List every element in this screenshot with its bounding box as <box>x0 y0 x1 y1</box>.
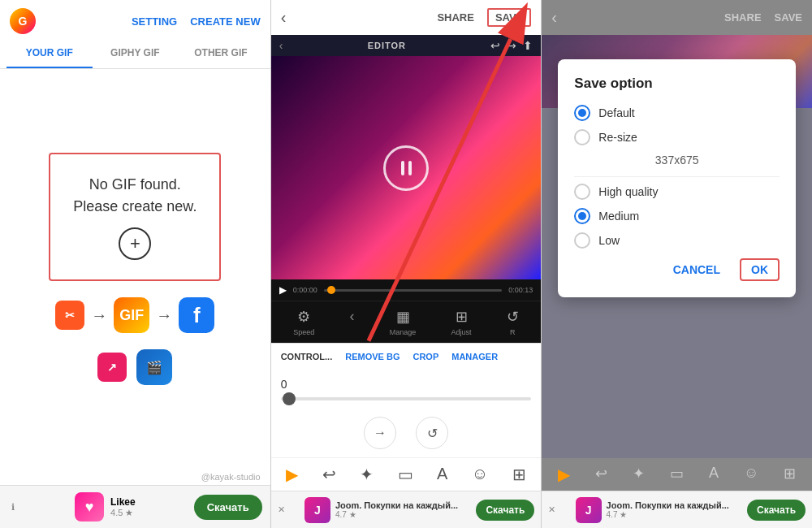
share-icon-1: ↗ <box>97 353 127 382</box>
timeline: ▶ 0:00:00 0:00:13 <box>271 279 542 301</box>
close-ad-icon[interactable]: ✕ <box>278 504 285 515</box>
end-time: 0:00:13 <box>508 286 533 294</box>
editor-back-icon[interactable]: ‹ <box>279 39 283 52</box>
video-app-icon: 🎬 <box>136 349 172 385</box>
ad-text: Likee 4.5 ★ <box>110 496 136 518</box>
dialog-actions: CANCEL OK <box>574 258 780 281</box>
start-time: 0:00:00 <box>293 286 317 294</box>
panel3-download-button[interactable]: Скачать <box>747 500 806 521</box>
radio-medium-inner <box>578 212 586 220</box>
cancel-button[interactable]: CANCEL <box>667 258 727 281</box>
bottom-tabs: Control... REMOVE BG CROP MANAGER <box>271 343 542 370</box>
collapse-icon[interactable]: ‹ <box>350 308 355 336</box>
image-toolbar-icon[interactable]: ⊞ <box>512 465 526 484</box>
ok-button[interactable]: OK <box>740 258 780 281</box>
tab-your-gif[interactable]: YOUR GIF <box>6 39 93 68</box>
panel1-bottom-ad: ℹ ♥ Likee 4.5 ★ Скачать <box>0 485 270 528</box>
joom-text-block: Joom. Покупки на каждый... 4.7 ★ <box>335 500 458 519</box>
share-button[interactable]: SHARE <box>437 11 474 24</box>
adjust-label: Adjust <box>451 328 472 336</box>
tab-giphy-gif[interactable]: GIPHY GIF <box>93 39 179 68</box>
watermark: @kayak-studio <box>0 469 270 485</box>
create-new-link[interactable]: CREATE NEW <box>190 15 260 28</box>
panel2-header: ‹ SHARE SAVE <box>271 0 542 35</box>
panel3-save-button[interactable]: SAVE <box>775 11 802 24</box>
save-dialog: Save option Default Re-size 337x675 High… <box>558 59 796 297</box>
pause-button[interactable] <box>383 145 429 191</box>
dimension-text: 337x675 <box>574 154 780 167</box>
option-medium-row[interactable]: Medium <box>574 208 780 224</box>
forward-button[interactable]: → <box>364 417 396 449</box>
adjust-tool[interactable]: ⊞ Adjust <box>451 308 472 336</box>
setting-link[interactable]: SETTING <box>132 15 177 28</box>
tab-manager[interactable]: MANAGER <box>445 344 504 370</box>
radio-high-quality[interactable] <box>574 184 590 200</box>
add-gif-button[interactable]: + <box>119 227 151 260</box>
panel3-back-icon[interactable]: ‹ <box>551 8 557 27</box>
panel3-text-icon: A <box>709 465 719 484</box>
rotate-tool[interactable]: ↺ R <box>507 308 519 336</box>
undo-toolbar-icon[interactable]: ↩ <box>322 465 336 484</box>
slider-handle[interactable] <box>283 392 296 405</box>
panel2-header-right: SHARE SAVE <box>437 8 531 27</box>
manage-icon: ▦ <box>396 308 410 326</box>
control-value: 0 <box>281 378 532 391</box>
control-slider[interactable] <box>281 397 532 400</box>
undo-icon[interactable]: ↩ <box>490 39 500 52</box>
effects-toolbar-icon[interactable]: ✦ <box>360 465 374 484</box>
info-icon[interactable]: ℹ <box>11 502 15 513</box>
arrow-right-icon-2: → <box>156 306 172 325</box>
timeline-bar[interactable] <box>324 289 503 292</box>
joom-info: J Joom. Покупки на каждый... 4.7 ★ <box>304 497 458 523</box>
joom-download-button[interactable]: Скачать <box>476 500 534 521</box>
gif-app-icon: GIF <box>114 297 149 333</box>
dialog-divider <box>574 176 780 177</box>
panel3-header-right: SHARE SAVE <box>724 11 802 24</box>
timeline-play-icon[interactable]: ▶ <box>279 284 287 296</box>
option-default-row[interactable]: Default <box>574 105 780 121</box>
likee-download-button[interactable]: Скачать <box>194 495 262 520</box>
editor-label: EDITOR <box>368 41 406 50</box>
redo-icon[interactable]: ↪ <box>507 39 516 52</box>
manage-tool[interactable]: ▦ Manage <box>390 308 417 336</box>
option-high-quality-row[interactable]: High quality <box>574 184 780 200</box>
action-row: → ↺ <box>271 409 542 457</box>
radio-low[interactable] <box>574 232 590 249</box>
panel3-close-ad-icon[interactable]: ✕ <box>548 504 555 515</box>
option-high-quality-label: High quality <box>598 185 658 198</box>
tab-crop[interactable]: CROP <box>406 344 445 370</box>
emoji-toolbar-icon[interactable]: ☺ <box>472 465 488 484</box>
back-button[interactable]: ‹ <box>281 8 287 27</box>
loop-button[interactable]: ↺ <box>416 417 448 449</box>
panel3-bottom-ad: ✕ J Joom. Покупки на каждый... 4.7 ★ Ска… <box>542 491 812 528</box>
save-button[interactable]: SAVE <box>487 8 531 27</box>
option-resize-row[interactable]: Re-size <box>574 129 780 145</box>
panel1-header: G SETTING CREATE NEW <box>0 0 270 39</box>
panel3-undo-icon: ↩ <box>595 465 607 484</box>
panel3-joom-info: J Joom. Покупки на каждый... 4.7 ★ <box>576 497 729 523</box>
panel3-share-button[interactable]: SHARE <box>724 11 762 24</box>
app-logo: G <box>10 8 36 34</box>
radio-default-inner <box>578 109 586 117</box>
tab-remove-bg[interactable]: REMOVE BG <box>339 344 406 370</box>
option-low-label: Low <box>598 234 620 247</box>
editor-icons: ↩ ↪ ⬆ <box>490 39 533 52</box>
frame-toolbar-icon[interactable]: ▭ <box>398 465 413 484</box>
pause-icon <box>401 161 412 175</box>
tab-other-gif[interactable]: OTHER GIF <box>178 39 264 68</box>
option-medium-label: Medium <box>598 210 639 223</box>
tab-control[interactable]: Control... <box>274 344 339 370</box>
play-toolbar-icon[interactable]: ▶ <box>286 465 298 484</box>
option-default-label: Default <box>598 106 634 119</box>
save-dialog-title: Save option <box>574 76 780 92</box>
app-icons-row: ✂ → GIF → f <box>55 297 214 333</box>
radio-default[interactable] <box>574 105 590 121</box>
radio-medium[interactable] <box>574 208 590 224</box>
bottom-toolbar: ▶ ↩ ✦ ▭ A ☺ ⊞ <box>271 457 542 491</box>
option-low-row[interactable]: Low <box>574 232 780 249</box>
speed-tool[interactable]: ⚙ Speed <box>293 308 314 336</box>
upload-icon[interactable]: ⬆ <box>523 39 533 52</box>
panel-save-dialog: ‹ SHARE SAVE Save option Default Re-size <box>541 0 812 528</box>
radio-resize[interactable] <box>574 129 590 145</box>
text-toolbar-icon[interactable]: A <box>437 465 447 484</box>
